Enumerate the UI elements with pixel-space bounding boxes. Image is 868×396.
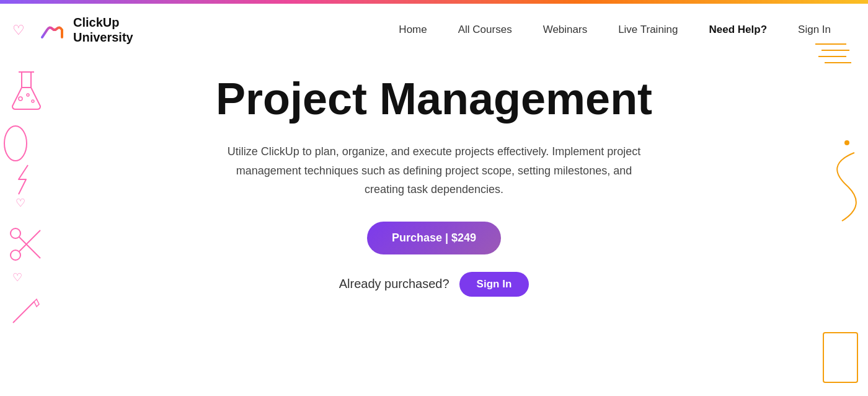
logo-icon xyxy=(37,15,67,45)
nav-item-sign-in[interactable]: Sign In xyxy=(798,24,831,36)
already-purchased-section: Already purchased? Sign In xyxy=(339,272,529,297)
nav-item-home[interactable]: Home xyxy=(399,24,427,36)
main-nav: Home All Courses Webinars Live Training … xyxy=(399,24,831,36)
svg-rect-18 xyxy=(823,333,857,382)
logo-area[interactable]: ClickUp University xyxy=(37,15,133,45)
nav-item-webinars[interactable]: Webinars xyxy=(543,24,588,36)
nav-item-all-courses[interactable]: All Courses xyxy=(458,24,512,36)
signin-button[interactable]: Sign In xyxy=(459,272,529,297)
nav-item-need-help[interactable]: Need Help? xyxy=(709,24,768,36)
purchase-button[interactable]: Purchase | $249 xyxy=(367,222,501,254)
header: ClickUp University Home All Courses Webi… xyxy=(0,4,868,56)
svg-line-13 xyxy=(13,320,16,323)
hero-description: Utilize ClickUp to plan, organize, and e… xyxy=(217,142,651,199)
nav-item-live-training[interactable]: Live Training xyxy=(618,24,678,36)
already-purchased-text: Already purchased? xyxy=(339,277,450,291)
logo-text: ClickUp University xyxy=(73,15,133,45)
hero-title: Project Management xyxy=(216,74,652,124)
hero-section: Project Management Utilize ClickUp to pl… xyxy=(0,56,868,315)
